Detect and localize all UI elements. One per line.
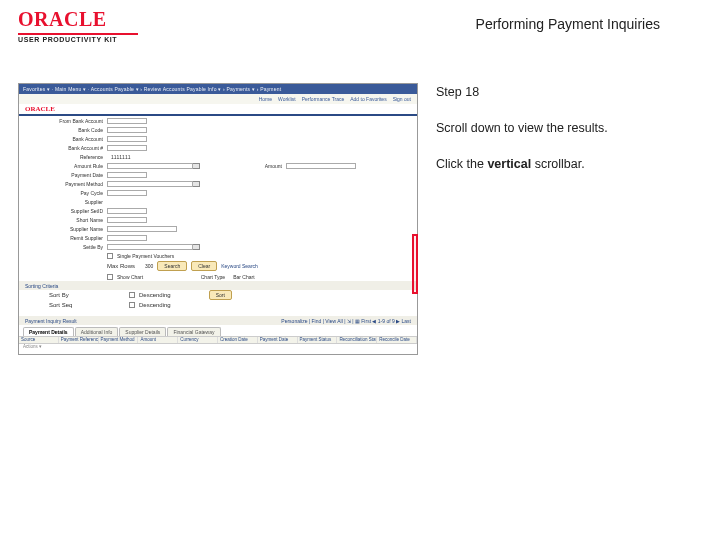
text-input[interactable]	[107, 145, 147, 151]
field-label: Max Rows	[107, 263, 135, 269]
toolbar-link[interactable]: Home	[259, 96, 272, 102]
mini-toolbar: Home Worklist Performance Trace Add to F…	[19, 94, 417, 104]
results-tabstrip: Payment Details Additional Info Supplier…	[19, 325, 417, 336]
checkbox[interactable]	[129, 292, 135, 298]
tab-payment-details[interactable]: Payment Details	[23, 327, 74, 336]
grid-nav[interactable]: Personalize | Find | View All | ⇲ | ▦ Fi…	[281, 318, 411, 324]
field-label: Supplier Name	[19, 226, 107, 232]
search-button[interactable]: Search	[157, 261, 187, 271]
mini-brandrow: ORACLE	[19, 104, 417, 116]
field-value: Bar Chart	[229, 274, 254, 280]
col-header[interactable]: Payment Date	[258, 337, 298, 343]
sorting-heading: Sorting Criteria	[19, 281, 417, 290]
instruction-text: scrollbar.	[531, 157, 585, 171]
logo-subtitle: USER PRODUCTIVITY KIT	[18, 36, 138, 43]
sort-button[interactable]: Sort	[209, 290, 232, 300]
field-label: From Bank Account	[19, 118, 107, 124]
screenshot-column: Favorites ▾ · Main Menu ▾ · Accounts Pay…	[18, 83, 418, 355]
action-row: Max Rows 300 Search Clear Keyword Search	[19, 260, 417, 272]
col-header[interactable]: Payment Status	[298, 337, 338, 343]
app-screenshot: Favorites ▾ · Main Menu ▾ · Accounts Pay…	[18, 83, 418, 355]
field-label: Short Name	[19, 217, 107, 223]
text-input[interactable]	[107, 235, 147, 241]
field-label: Sort By	[49, 292, 83, 298]
date-input[interactable]	[107, 172, 147, 178]
chevron-down-icon[interactable]	[193, 163, 200, 169]
grid-action-row[interactable]: Actions ▾	[19, 344, 417, 354]
col-header[interactable]: Reconciliation Status	[337, 337, 377, 343]
instruction-strong: vertical	[487, 157, 531, 171]
clear-button[interactable]: Clear	[191, 261, 217, 271]
instruction-column: Step 18 Scroll down to view the results.…	[418, 83, 688, 355]
field-value: 1111111	[107, 154, 130, 160]
field-label: Bank Account	[19, 136, 107, 142]
step-label: Step 18	[436, 83, 688, 101]
col-header[interactable]: Source	[19, 337, 59, 343]
mini-oracle-logo: ORACLE	[25, 105, 55, 113]
checkbox[interactable]	[129, 302, 135, 308]
field-label: Payment Date	[19, 172, 107, 178]
tab-supplier-details[interactable]: Supplier Details	[119, 327, 166, 336]
oracle-logo: ORACLE	[18, 8, 138, 31]
field-label: Chart Type	[189, 274, 229, 280]
chevron-down-icon[interactable]	[193, 244, 200, 250]
page-title: Performing Payment Inquiries	[476, 8, 660, 32]
instruction-text: Click the	[436, 157, 487, 171]
field-label: Bank Account #	[19, 145, 107, 151]
toolbar-link[interactable]: Sign out	[393, 96, 411, 102]
field-label: Payment Method	[19, 181, 107, 187]
text-input[interactable]	[107, 118, 147, 124]
logo-divider	[18, 33, 138, 35]
col-header[interactable]: Currency	[178, 337, 218, 343]
field-label: Reference	[19, 154, 107, 160]
toolbar-link[interactable]: Add to Favorites	[350, 96, 386, 102]
col-header[interactable]: Amount	[138, 337, 178, 343]
col-header[interactable]: Payment Reference ID	[59, 337, 99, 343]
field-label: Pay Cycle	[19, 190, 107, 196]
keyword-search-link[interactable]: Keyword Search	[221, 263, 258, 269]
field-label: Supplier	[19, 199, 107, 205]
checkbox-label: Descending	[139, 302, 171, 308]
field-label: Amount Rule	[19, 163, 107, 169]
vertical-scrollbar[interactable]	[412, 234, 418, 294]
col-header[interactable]: Reconcile Date	[377, 337, 417, 343]
field-label: Bank Code	[19, 127, 107, 133]
checkbox-label: Descending	[139, 292, 171, 298]
col-header[interactable]: Payment Method	[99, 337, 139, 343]
text-input[interactable]	[107, 208, 147, 214]
field-value: 300	[145, 263, 153, 269]
instruction-line: Scroll down to view the results.	[436, 119, 688, 137]
select-input[interactable]	[107, 163, 193, 169]
instruction-line: Click the vertical scrollbar.	[436, 155, 688, 173]
toolbar-link[interactable]: Worklist	[278, 96, 296, 102]
field-label: Remit Supplier	[19, 235, 107, 241]
select-input[interactable]	[107, 181, 193, 187]
field-label: Amount	[246, 163, 286, 169]
field-label: Supplier SetID	[19, 208, 107, 214]
brand-block: ORACLE USER PRODUCTIVITY KIT	[18, 8, 138, 43]
col-header[interactable]: Creation Date	[218, 337, 258, 343]
text-input[interactable]	[286, 163, 356, 169]
results-title: Payment Inquiry Result	[25, 318, 77, 324]
text-input[interactable]	[107, 226, 177, 232]
tab-financial-gateway[interactable]: Financial Gateway	[167, 327, 220, 336]
text-input[interactable]	[107, 127, 147, 133]
toolbar-link[interactable]: Performance Trace	[302, 96, 345, 102]
grid-header: Source Payment Reference ID Payment Meth…	[19, 336, 417, 344]
text-input[interactable]	[107, 136, 147, 142]
tab-additional-info[interactable]: Additional Info	[75, 327, 119, 336]
chevron-down-icon[interactable]	[193, 181, 200, 187]
select-input[interactable]	[107, 244, 193, 250]
mini-menubar: Favorites ▾ · Main Menu ▾ · Accounts Pay…	[19, 84, 417, 94]
field-label: Sort Seq	[49, 302, 83, 308]
text-input[interactable]	[107, 190, 147, 196]
checkbox-label: Single Payment Vouchers	[113, 253, 174, 259]
field-label: Settle By	[19, 244, 107, 250]
text-input[interactable]	[107, 217, 147, 223]
checkbox-label: Show Chart	[113, 274, 143, 280]
breadcrumb: Favorites ▾ · Main Menu ▾ · Accounts Pay…	[23, 86, 281, 92]
results-heading: Payment Inquiry Result Personalize | Fin…	[19, 316, 417, 325]
